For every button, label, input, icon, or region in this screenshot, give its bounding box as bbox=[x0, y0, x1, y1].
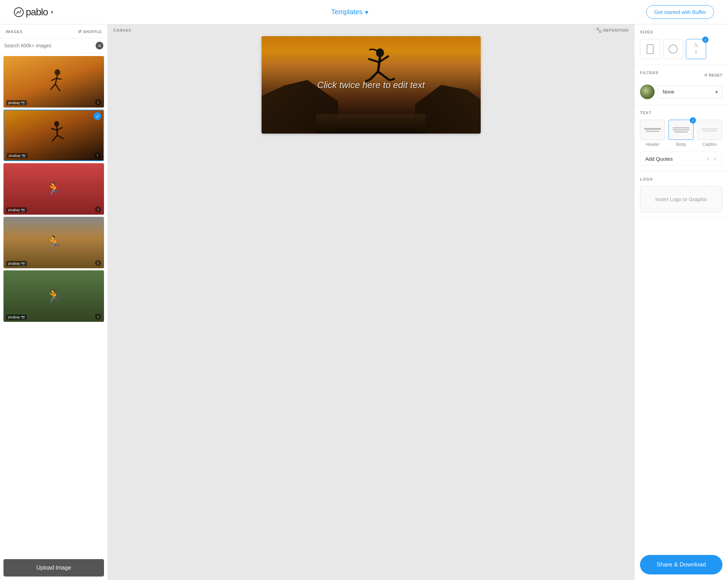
search-clear-button[interactable]: ✕ bbox=[96, 42, 103, 49]
size-twitter-facebook[interactable]: ✓ 𝕏 f bbox=[686, 39, 706, 59]
text-body-label: Body bbox=[676, 142, 686, 147]
svg-point-7 bbox=[54, 121, 59, 127]
square-icon bbox=[669, 45, 678, 54]
images-panel-header: IMAGES ⇄ SHUFFLE bbox=[0, 24, 107, 38]
image-attribution: pixabay 📷 bbox=[7, 153, 27, 158]
text-body-box: ✓ bbox=[669, 120, 694, 140]
share-download-button[interactable]: Share & Download bbox=[640, 555, 722, 574]
app-header: pablo ▾ Templates ▾ Get started with Buf… bbox=[0, 0, 728, 24]
text-line bbox=[646, 131, 659, 132]
image-attribution: pixabay 📷 bbox=[6, 315, 27, 320]
logo-insert-area[interactable]: Insert Logo or Graphic bbox=[640, 186, 722, 212]
add-quotes-label: Add Quotes bbox=[645, 156, 673, 162]
selected-checkmark: ✓ bbox=[94, 112, 101, 120]
image-item[interactable]: 🏃 pixabay 📷 i bbox=[3, 270, 104, 322]
image-item[interactable]: pixabay 📷 i bbox=[3, 56, 104, 108]
svg-line-2 bbox=[55, 76, 57, 84]
text-option-body[interactable]: ✓ Body bbox=[669, 120, 694, 147]
templates-label: Templates bbox=[331, 8, 363, 16]
templates-button[interactable]: Templates ▾ bbox=[331, 8, 368, 16]
canvas-edit-text[interactable]: Click twice here to edit text bbox=[317, 80, 425, 90]
svg-rect-14 bbox=[599, 31, 601, 32]
image-item[interactable]: pixabay 📷 i ✓ bbox=[3, 110, 104, 161]
svg-line-4 bbox=[55, 84, 60, 91]
canvas-image[interactable]: Click twice here to edit text bbox=[262, 36, 481, 134]
image-attribution: pixabay 📷 bbox=[6, 100, 27, 105]
info-button[interactable]: i bbox=[95, 260, 101, 266]
pixabay-badge: pixabay 📷 bbox=[6, 207, 27, 213]
filters-section: FILTERS ↺ RESET None ▾ bbox=[634, 65, 728, 105]
text-line bbox=[673, 129, 689, 130]
filter-thumbnail bbox=[640, 85, 655, 99]
shuffle-button[interactable]: ⇄ SHUFFLE bbox=[78, 29, 102, 34]
image-figure bbox=[3, 56, 104, 108]
sizes-grid: ✓ 𝕏 f bbox=[640, 39, 722, 59]
search-bar: ✕ bbox=[0, 38, 107, 53]
filters-reset-button[interactable]: ↺ RESET bbox=[704, 73, 722, 78]
svg-line-10 bbox=[57, 135, 64, 139]
images-panel: IMAGES ⇄ SHUFFLE ✕ bbox=[0, 24, 108, 580]
shuffle-icon: ⇄ bbox=[78, 29, 82, 34]
image-item[interactable]: 🏃 pixabay 📷 i bbox=[3, 217, 104, 268]
text-caption-box: ✓ bbox=[697, 120, 722, 140]
text-line bbox=[674, 132, 688, 133]
svg-line-17 bbox=[370, 72, 378, 80]
filter-dropdown[interactable]: None ▾ bbox=[658, 86, 722, 98]
size-square[interactable] bbox=[663, 39, 683, 59]
text-caption-label: Caption bbox=[702, 142, 717, 147]
quotes-prev-button[interactable]: ‹ bbox=[706, 156, 710, 162]
pinterest-icon bbox=[647, 44, 654, 54]
reset-icon: ↺ bbox=[704, 73, 707, 78]
share-download-section: Share & Download bbox=[634, 549, 728, 580]
svg-line-8 bbox=[57, 127, 57, 135]
text-body-check: ✓ bbox=[690, 117, 696, 124]
text-options: ✓ Header ✓ Body bbox=[640, 120, 722, 147]
canvas-label: CANVAS bbox=[113, 28, 131, 32]
info-button[interactable]: i bbox=[94, 152, 101, 158]
svg-line-11 bbox=[51, 128, 57, 130]
image-attribution: pixabay 📷 bbox=[6, 261, 27, 266]
image-figure: 🏃 bbox=[3, 217, 104, 268]
logo-chevron-icon: ▾ bbox=[51, 9, 53, 15]
quotes-next-button[interactable]: › bbox=[713, 156, 717, 162]
info-button[interactable]: i bbox=[95, 313, 101, 320]
text-line bbox=[644, 128, 661, 130]
filters-label: FILTERS bbox=[640, 71, 658, 75]
svg-point-15 bbox=[376, 48, 384, 57]
svg-line-9 bbox=[52, 135, 57, 141]
quotes-nav: ‹ › bbox=[706, 156, 717, 162]
info-button[interactable]: i bbox=[95, 206, 101, 213]
sizes-section: SIZES ✓ 𝕏 f bbox=[634, 24, 728, 65]
size-pinterest[interactable] bbox=[640, 39, 660, 59]
canvas-wrapper: Click twice here to edit text bbox=[108, 36, 634, 580]
shuffle-label: SHUFFLE bbox=[83, 30, 102, 34]
search-input[interactable] bbox=[4, 43, 94, 48]
logo-area[interactable]: pablo ▾ bbox=[14, 7, 53, 18]
twitter-facebook-icon: 𝕏 f bbox=[694, 42, 698, 56]
add-quotes-row[interactable]: Add Quotes ‹ › bbox=[640, 152, 722, 166]
get-started-button[interactable]: Get started with Buffer bbox=[646, 5, 714, 19]
logo-label: LOGO bbox=[640, 177, 722, 181]
images-list: pixabay 📷 i pixabay 📷 bbox=[0, 53, 107, 556]
text-option-caption[interactable]: ✓ Caption bbox=[697, 120, 722, 147]
reposition-label: REPOSITION bbox=[603, 28, 629, 32]
image-figure: 🏃 bbox=[3, 163, 104, 215]
info-button[interactable]: i bbox=[95, 99, 101, 105]
images-label: IMAGES bbox=[6, 30, 23, 34]
facebook-icon: f bbox=[695, 50, 697, 56]
upload-image-button[interactable]: Upload Image bbox=[3, 559, 104, 577]
reposition-button[interactable]: REPOSITION bbox=[597, 28, 629, 33]
svg-point-1 bbox=[55, 69, 60, 76]
filters-header: FILTERS ↺ RESET bbox=[640, 71, 722, 80]
right-panel: SIZES ✓ 𝕏 f bbox=[634, 24, 728, 580]
image-item[interactable]: 🏃 pixabay 📷 i bbox=[3, 163, 104, 215]
text-label: TEXT bbox=[640, 111, 722, 115]
svg-line-21 bbox=[368, 59, 379, 62]
text-header-label: Header bbox=[646, 142, 659, 147]
pixabay-badge: pixabay 📷 bbox=[6, 261, 27, 266]
text-line bbox=[701, 128, 718, 129]
text-option-header[interactable]: ✓ Header bbox=[640, 120, 665, 147]
svg-line-12 bbox=[57, 127, 63, 130]
reset-label: RESET bbox=[709, 73, 722, 77]
pablo-logo-icon bbox=[14, 7, 24, 17]
